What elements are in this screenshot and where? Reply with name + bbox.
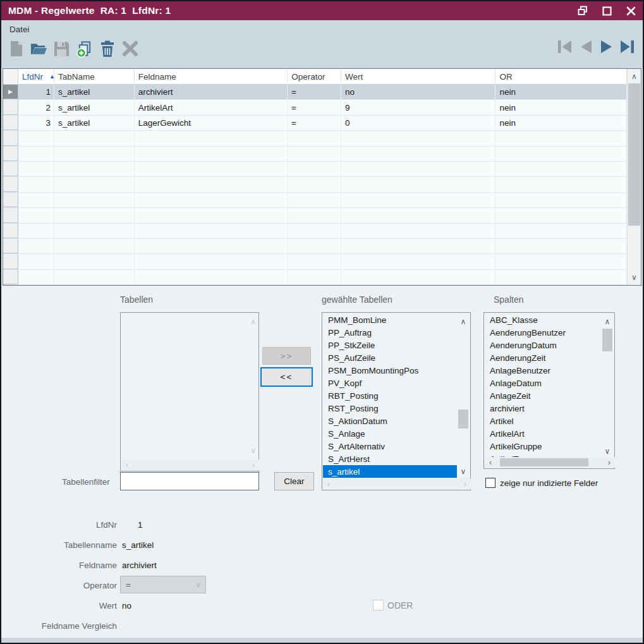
cell-wert[interactable] [341,224,495,238]
horizontal-scrollbar[interactable]: ‹ › [323,478,471,489]
cell-feldname[interactable] [135,177,288,191]
list-item[interactable]: ArtikelArt [485,427,601,440]
cell-operator[interactable] [288,177,341,191]
tabellenfilter-input[interactable] [120,472,259,490]
row-selector[interactable]: ▶ [3,85,18,99]
row-selector[interactable] [3,224,18,238]
cell-or[interactable] [495,254,627,269]
cell-tabname[interactable]: s_artikel [54,116,135,130]
cell-or[interactable] [495,193,627,207]
cell-tabname[interactable] [54,224,135,238]
oder-checkbox[interactable] [373,600,384,611]
list-item[interactable]: PV_Kopf [323,377,457,389]
cell-or[interactable] [495,147,627,161]
scroll-thumb[interactable] [500,458,588,466]
cell-tabname[interactable] [54,208,135,222]
cell-wert[interactable] [341,131,495,145]
scroll-left-icon[interactable]: ‹ [489,458,492,467]
clear-filter-button[interactable]: Clear [274,472,314,490]
list-item[interactable]: AenderungBenutzer [485,326,601,339]
cell-tabname[interactable]: s_artikel [54,85,135,99]
list-item[interactable]: PMM_BomLine [323,313,457,326]
scroll-thumb[interactable] [458,410,468,428]
list-item[interactable]: PS_AufZeile [323,351,457,364]
table-row-empty[interactable] [3,147,627,162]
close-icon[interactable] [625,5,636,16]
table-row-empty[interactable] [3,131,627,146]
cell-tabname[interactable]: s_artikel [54,100,135,114]
cell-feldname[interactable]: LagerGewicht [135,116,288,130]
cell-or[interactable]: nein [495,100,627,114]
horizontal-scrollbar[interactable]: ‹ › [485,457,615,468]
table-row-empty[interactable] [3,254,627,269]
vertical-scrollbar[interactable]: ∧ ∨ [601,313,614,458]
list-item[interactable]: archiviert [485,402,601,415]
cell-wert[interactable] [341,162,495,176]
cell-tabname[interactable] [54,147,135,161]
scroll-up-icon[interactable]: ∧ [601,318,614,325]
cell-or[interactable] [495,208,627,222]
cell-wert[interactable] [341,270,495,284]
list-item[interactable]: s_artikel [323,465,457,478]
cell-wert[interactable] [341,254,495,269]
cell-feldname[interactable] [135,270,288,284]
table-row-empty[interactable] [3,224,627,239]
cell-lfdnr[interactable] [18,254,54,269]
cell-operator[interactable] [288,193,341,207]
cell-operator[interactable] [288,131,341,145]
cell-wert[interactable]: no [341,85,495,99]
maximize-icon[interactable] [601,5,612,16]
cell-operator[interactable] [288,162,341,176]
list-item[interactable]: AnlageZeit [485,389,601,402]
cell-or[interactable] [495,224,627,238]
cell-lfdnr[interactable] [18,193,54,207]
column-header-operator[interactable]: Operator [288,69,341,84]
cell-tabname[interactable] [54,193,135,207]
row-selector[interactable] [3,270,18,284]
row-selector[interactable] [3,116,18,130]
cell-feldname[interactable] [135,208,288,222]
cell-lfdnr[interactable] [18,162,54,176]
cell-tabname[interactable] [54,177,135,191]
cell-lfdnr[interactable] [18,270,54,284]
list-item[interactable]: PP_Auftrag [323,326,457,339]
row-selector[interactable] [3,254,18,269]
table-row-empty[interactable] [3,193,627,208]
cell-or[interactable]: nein [495,116,627,130]
list-item[interactable]: AnlageDatum [485,377,601,389]
cell-operator[interactable] [288,147,341,161]
cell-feldname[interactable] [135,131,288,145]
cell-wert[interactable] [341,147,495,161]
column-header-lfdnr[interactable]: LfdNr▲ [18,69,54,84]
list-item[interactable]: RBT_Posting [323,389,457,402]
cell-lfdnr[interactable]: 1 [18,85,54,99]
list-item[interactable]: AnlageBenutzer [485,364,601,377]
cell-wert[interactable] [341,208,495,222]
delete-trash-icon[interactable] [99,40,116,58]
scroll-left-icon[interactable]: ‹ [327,480,330,489]
cell-feldname[interactable] [135,193,288,207]
last-record-icon[interactable] [619,39,635,54]
scroll-down-icon[interactable]: ∨ [457,468,470,475]
cell-lfdnr[interactable]: 2 [18,100,54,114]
indexed-fields-checkbox[interactable] [485,478,495,488]
restore-icon[interactable] [577,5,588,16]
row-selector[interactable] [3,239,18,253]
cell-tabname[interactable] [54,239,135,253]
move-all-left-button[interactable]: << [260,367,313,387]
table-row-empty[interactable] [3,162,627,177]
list-item[interactable]: ABC_Klasse [485,313,601,326]
cell-operator[interactable]: = [288,116,341,130]
cell-feldname[interactable] [135,239,288,253]
cell-or[interactable] [495,239,627,253]
table-row[interactable]: 3s_artikelLagerGewicht=0nein [3,116,627,131]
next-record-icon[interactable] [598,39,614,54]
cell-feldname[interactable] [135,162,288,176]
previous-record-icon[interactable] [578,39,593,54]
cell-operator[interactable] [288,224,341,238]
spalten-listbox[interactable]: ABC_KlasseAenderungBenutzerAenderungDatu… [483,312,615,469]
cell-or[interactable]: nein [495,85,627,99]
cell-wert[interactable] [341,177,495,191]
cell-feldname[interactable] [135,254,288,269]
scroll-down-icon[interactable]: ∨ [601,447,614,455]
